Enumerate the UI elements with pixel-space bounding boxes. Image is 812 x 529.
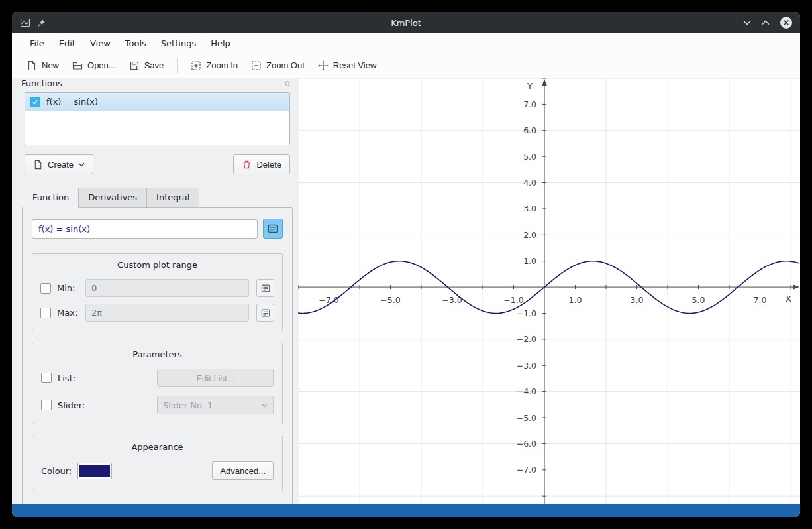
custom-plot-range-title: Custom plot range <box>40 260 274 270</box>
titlebar[interactable]: KmPlot <box>12 12 800 33</box>
svg-text:3.0: 3.0 <box>631 295 644 305</box>
open-folder-icon <box>72 60 83 71</box>
min-input[interactable] <box>85 279 249 297</box>
status-bar <box>12 504 800 517</box>
reset-view-button[interactable]: Reset View <box>311 56 383 75</box>
slider-dropdown-value: Slider No. 1 <box>163 400 213 410</box>
open-label: Open... <box>87 60 116 70</box>
tab-function[interactable]: Function <box>23 188 78 208</box>
slider-checkbox[interactable] <box>41 400 52 410</box>
colour-swatch-button[interactable] <box>77 463 112 479</box>
shade-button[interactable] <box>743 20 751 25</box>
max-editor-icon <box>261 308 270 318</box>
svg-text:5.0: 5.0 <box>523 152 536 162</box>
parameters-group: Parameters List: Edit List... Slider: Sl… <box>32 343 283 424</box>
svg-text:2.0: 2.0 <box>523 230 536 240</box>
open-button[interactable]: Open... <box>66 56 123 75</box>
colour-swatch-fill <box>79 465 110 477</box>
function-list-item-label: f(x) = sin(x) <box>46 97 98 107</box>
dock-title: Functions <box>21 78 62 88</box>
list-label: List: <box>58 373 76 383</box>
tab-integral[interactable]: Integral <box>146 188 199 207</box>
create-label: Create <box>48 160 74 170</box>
create-icon <box>33 160 43 170</box>
min-label: Min: <box>57 283 82 293</box>
save-button[interactable]: Save <box>123 56 171 75</box>
function-list-item[interactable]: f(x) = sin(x) <box>25 93 289 111</box>
reset-view-icon <box>318 60 329 71</box>
min-editor-icon <box>261 284 270 293</box>
tab-derivatives[interactable]: Derivatives <box>78 188 146 207</box>
zoom-out-button[interactable]: Zoom Out <box>244 56 311 75</box>
advanced-button[interactable]: Advanced... <box>212 461 274 480</box>
equation-editor-icon <box>268 223 278 234</box>
plot-area[interactable]: −7.0−5.0−3.0−1.01.03.05.07.0−7.0−6.0−5.0… <box>298 78 800 504</box>
new-button[interactable]: New <box>20 56 66 75</box>
svg-text:−5.0: −5.0 <box>380 295 400 305</box>
max-checkbox[interactable] <box>40 308 51 318</box>
menubar: File Edit View Tools Settings Help <box>12 33 800 53</box>
menu-tools[interactable]: Tools <box>118 35 154 52</box>
chevron-down-icon <box>78 162 85 167</box>
svg-text:1.0: 1.0 <box>569 295 582 305</box>
menu-settings[interactable]: Settings <box>154 35 203 52</box>
min-checkbox[interactable] <box>40 283 51 294</box>
toolbar-separator <box>177 58 178 73</box>
zoom-in-icon <box>191 60 201 71</box>
parameters-title: Parameters <box>40 349 274 359</box>
svg-text:3.0: 3.0 <box>523 204 536 213</box>
equation-input[interactable] <box>32 219 258 239</box>
svg-text:−1.0: −1.0 <box>503 295 523 305</box>
function-actions: Create Delete <box>25 154 290 174</box>
function-tabs: Function Derivatives Integral <box>23 188 293 207</box>
edit-list-button[interactable]: Edit List... <box>157 369 274 387</box>
svg-text:7.0: 7.0 <box>754 295 767 305</box>
max-label: Max: <box>57 308 82 318</box>
kmplot-window: KmPlot File Edit View Tools Settings Hel… <box>12 12 800 517</box>
svg-text:1.0: 1.0 <box>523 256 536 266</box>
dock-body: f(x) = sin(x) Create <box>12 88 298 504</box>
svg-text:−2.0: −2.0 <box>517 334 536 344</box>
min-editor-button[interactable] <box>256 279 274 297</box>
list-row: List: Edit List... <box>41 369 274 387</box>
close-button[interactable] <box>780 17 792 29</box>
slider-row: Slider: Slider No. 1 <box>41 396 274 414</box>
zoom-out-icon <box>251 60 262 71</box>
svg-text:−1.0: −1.0 <box>517 308 536 318</box>
list-checkbox[interactable] <box>41 373 52 383</box>
function-tab-panel: Custom plot range Min: <box>22 207 293 504</box>
delete-label: Delete <box>256 160 281 170</box>
reset-view-label: Reset View <box>333 60 377 70</box>
functions-dock: Functions ◇ f(x) = sin(x) <box>12 78 298 504</box>
menu-help[interactable]: Help <box>203 35 238 52</box>
svg-text:X: X <box>786 294 791 304</box>
dock-header: Functions ◇ <box>12 78 298 88</box>
maximize-button[interactable] <box>762 20 770 25</box>
slider-dropdown[interactable]: Slider No. 1 <box>157 396 274 414</box>
zoom-out-label: Zoom Out <box>266 60 305 70</box>
toolbar: New Open... Save Zoom In Zoom Out <box>12 53 800 78</box>
max-editor-button[interactable] <box>256 304 274 322</box>
pin-icon[interactable] <box>36 18 46 28</box>
create-button[interactable]: Create <box>25 154 93 174</box>
window-title: KmPlot <box>12 18 800 28</box>
svg-text:4.0: 4.0 <box>523 178 536 188</box>
appearance-row: Colour: Advanced... <box>41 461 274 480</box>
function-list: f(x) = sin(x) <box>25 92 290 145</box>
function-visible-checkbox[interactable] <box>30 97 40 107</box>
dropdown-chevron-icon <box>261 403 268 408</box>
slider-label: Slider: <box>58 400 85 410</box>
dock-float-icon[interactable]: ◇ <box>285 79 290 88</box>
max-input[interactable] <box>85 304 249 322</box>
svg-text:6.0: 6.0 <box>523 125 536 135</box>
custom-plot-range-group: Custom plot range Min: <box>32 253 283 331</box>
menu-edit[interactable]: Edit <box>52 35 83 52</box>
delete-button[interactable]: Delete <box>233 154 290 174</box>
svg-text:−3.0: −3.0 <box>517 361 536 371</box>
equation-editor-button[interactable] <box>263 219 283 239</box>
svg-text:−5.0: −5.0 <box>517 413 536 423</box>
menu-view[interactable]: View <box>83 35 118 52</box>
menu-file[interactable]: File <box>23 35 52 52</box>
zoom-in-button[interactable]: Zoom In <box>184 56 244 75</box>
max-row: Max: <box>40 304 274 322</box>
